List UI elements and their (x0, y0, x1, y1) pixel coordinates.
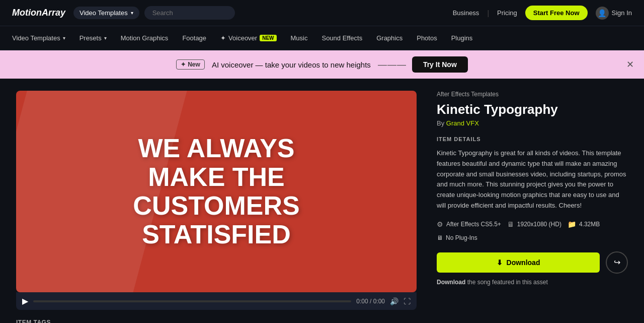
download-song-line: Download the song featured in this asset (437, 279, 628, 286)
fullscreen-icon[interactable]: ⛶ (404, 297, 411, 305)
gear-icon: ⚙ (437, 220, 443, 228)
banner-text: AI voiceover — take your videos to new h… (212, 60, 371, 69)
cat-motion-graphics[interactable]: Motion Graphics (121, 34, 169, 42)
video-overlay-text: WE ALWAYS MAKE THE CUSTOMERS STATISFIED (123, 124, 309, 260)
product-title: Kinetic Typography (437, 102, 628, 117)
no-plugins-label: No Plug-Ins (446, 234, 477, 241)
spec-resolution-label: 1920x1080 (HD) (517, 221, 561, 228)
promo-banner: ✦ New AI voiceover — take your videos to… (0, 50, 644, 79)
spec-filesize: 📁 4.32MB (568, 220, 600, 228)
spec-software: ⚙ After Effects CS5.5+ (437, 220, 501, 228)
cat-label: Photos (417, 34, 437, 42)
cat-music[interactable]: Music (291, 34, 308, 42)
banner-new-label: New (188, 61, 200, 68)
volume-icon[interactable]: 🔊 (390, 297, 398, 305)
download-song-suffix: the song featured in this asset (467, 279, 548, 286)
spec-software-label: After Effects CS5.5+ (446, 221, 501, 228)
voiceover-icon: ✦ (220, 34, 226, 42)
download-song-link[interactable]: Download (437, 279, 465, 286)
video-section: WE ALWAYS MAKE THE CUSTOMERS STATISFIED … (16, 91, 417, 323)
cat-voiceover[interactable]: ✦ Voiceover NEW (220, 34, 276, 42)
cat-presets[interactable]: Presets ▾ (79, 34, 107, 42)
product-specs: ⚙ After Effects CS5.5+ 🖥 1920x1080 (HD) … (437, 220, 628, 228)
pricing-link[interactable]: Pricing (497, 9, 517, 17)
template-category-pill[interactable]: Video Templates ▾ (73, 7, 139, 19)
cat-label: Sound Effects (321, 34, 362, 42)
cat-label: Presets (79, 34, 102, 42)
file-icon: 📁 (568, 220, 576, 228)
share-icon: ↪ (614, 257, 620, 267)
sign-in-button[interactable]: 👤 Sign In (596, 7, 632, 20)
close-icon[interactable]: ✕ (626, 59, 634, 70)
video-player[interactable]: WE ALWAYS MAKE THE CUSTOMERS STATISFIED (16, 91, 417, 292)
item-tags-section: ITEM TAGS (16, 318, 417, 323)
item-tags-label: ITEM TAGS (16, 319, 51, 323)
spec-no-plugins: 🖥 No Plug-Ins (437, 234, 628, 241)
cat-label: Graphics (376, 34, 403, 42)
product-category-label: After Effects Templates (437, 91, 628, 98)
banner-decoration: — — — (378, 59, 405, 70)
author-line: By Grand VFX (437, 119, 628, 127)
pill-label: Video Templates (79, 9, 128, 17)
monitor-small-icon: 🖥 (437, 234, 443, 241)
cat-label: Motion Graphics (121, 34, 169, 42)
cat-graphics[interactable]: Graphics (376, 34, 403, 42)
top-nav: MotionArray Video Templates ▾ Business |… (0, 0, 644, 26)
search-input[interactable] (144, 6, 235, 20)
time-display: 0:00 / 0:00 (356, 298, 385, 305)
start-free-button[interactable]: Start Free Now (525, 6, 588, 20)
cat-photos[interactable]: Photos (417, 34, 437, 42)
monitor-icon: 🖥 (507, 220, 514, 228)
top-nav-right: Business | Pricing Start Free Now 👤 Sign… (453, 6, 632, 20)
business-link[interactable]: Business (453, 9, 479, 17)
product-description: Kinetic Typography is great for all kind… (437, 148, 628, 211)
cat-footage[interactable]: Footage (182, 34, 206, 42)
cat-sound-effects[interactable]: Sound Effects (321, 34, 362, 42)
banner-new-tag: ✦ New (176, 59, 205, 70)
cat-label: Footage (182, 34, 206, 42)
spec-resolution: 🖥 1920x1080 (HD) (507, 220, 561, 228)
cat-video-templates[interactable]: Video Templates ▾ (12, 34, 65, 42)
sparkle-icon: ✦ (181, 61, 186, 68)
nav-divider: | (487, 9, 489, 17)
download-icon: ⬇ (497, 259, 503, 267)
cat-label: Voiceover (228, 34, 257, 42)
author-prefix: By (437, 119, 444, 127)
main-content: WE ALWAYS MAKE THE CUSTOMERS STATISFIED … (0, 79, 644, 323)
site-logo: MotionArray (12, 8, 65, 18)
try-it-now-button[interactable]: Try It Now (412, 56, 468, 73)
share-button[interactable]: ↪ (606, 251, 628, 274)
download-label: Download (507, 259, 540, 267)
chevron-down-icon: ▾ (104, 35, 107, 41)
play-button[interactable]: ▶ (22, 296, 28, 306)
chevron-down-icon: ▾ (131, 10, 133, 16)
cat-label: Video Templates (12, 34, 60, 42)
author-link[interactable]: Grand VFX (446, 119, 479, 127)
spec-filesize-label: 4.32MB (579, 221, 600, 228)
cat-plugins[interactable]: Plugins (451, 34, 473, 42)
category-nav: Video Templates ▾ Presets ▾ Motion Graph… (0, 26, 644, 50)
cat-label: Music (291, 34, 308, 42)
product-detail-panel: After Effects Templates Kinetic Typograp… (437, 91, 628, 323)
chevron-down-icon: ▾ (63, 35, 65, 41)
sign-in-label: Sign In (612, 9, 632, 17)
video-controls: ▶ 0:00 / 0:00 🔊 ⛶ (16, 292, 417, 310)
new-badge: NEW (260, 35, 276, 41)
cat-label: Plugins (451, 34, 473, 42)
item-details-label: ITEM DETAILS (437, 136, 628, 142)
user-avatar-icon: 👤 (596, 7, 609, 20)
download-button[interactable]: ⬇ Download (437, 252, 600, 273)
progress-bar[interactable] (33, 300, 351, 302)
action-row: ⬇ Download ↪ (437, 251, 628, 274)
